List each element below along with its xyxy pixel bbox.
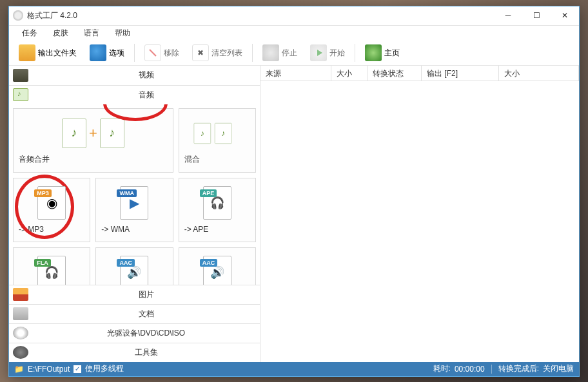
after-action[interactable]: 关闭电脑 — [543, 363, 574, 374]
menu-task[interactable]: 任务 — [15, 26, 44, 40]
maximize-button[interactable]: ☐ — [522, 6, 551, 25]
statusbar: 📁 E:\FFOutput ✓ 使用多线程 耗时: 00:00:00 转换完成后… — [9, 362, 579, 376]
remove-button[interactable]: 移除 — [139, 42, 185, 64]
options-icon — [90, 44, 106, 61]
col-source[interactable]: 来源 — [260, 66, 331, 81]
category-disc[interactable]: 光驱设备\DVD\CD\ISO — [9, 323, 260, 343]
video-icon — [13, 69, 28, 82]
col-output[interactable]: 输出 [F2] — [422, 66, 499, 81]
category-tools[interactable]: 工具集 — [9, 343, 260, 362]
category-picture[interactable]: 图片 — [9, 285, 260, 304]
category-audio[interactable]: 音频 — [9, 85, 260, 104]
folder-icon — [19, 44, 35, 61]
col-state[interactable]: 转换状态 — [368, 66, 422, 81]
col-size2[interactable]: 大小 — [499, 66, 579, 81]
output-folder-button[interactable]: 输出文件夹 — [13, 42, 83, 64]
task-list-panel: 来源 大小 转换状态 输出 [F2] 大小 — [260, 66, 579, 362]
to-aac-card-2[interactable]: AAC🔊 — [179, 247, 256, 285]
table-header: 来源 大小 转换状态 输出 [F2] 大小 — [260, 66, 579, 81]
app-window: 格式工厂 4.2.0 ─ ☐ ✕ 任务 皮肤 语言 帮助 输出文件夹 选项 移除… — [8, 6, 580, 377]
task-list-body — [260, 81, 579, 362]
remove-icon — [144, 44, 161, 61]
home-icon — [365, 44, 382, 61]
audio-join-card[interactable]: ♪+♪ 音频合并 — [13, 108, 173, 173]
to-aac-card-1[interactable]: AAC🔊 — [95, 247, 173, 285]
elapsed-time: 00:00:00 — [455, 365, 485, 374]
stop-button[interactable]: 停止 — [257, 42, 303, 64]
category-panel: 视频 音频 ♪+♪ 音频合并 ♪♪ 混合 MP3◉ -> — [9, 66, 260, 362]
col-size[interactable]: 大小 — [331, 66, 368, 81]
after-label: 转换完成后: — [498, 363, 539, 374]
clear-list-button[interactable]: ✖清空列表 — [186, 42, 248, 64]
menu-skin[interactable]: 皮肤 — [46, 26, 75, 40]
toolbar: 输出文件夹 选项 移除 ✖清空列表 停止 开始 主页 — [9, 41, 579, 66]
stop-icon — [262, 44, 279, 61]
options-button[interactable]: 选项 — [84, 42, 130, 64]
window-title: 格式工厂 4.2.0 — [27, 10, 494, 21]
document-icon — [13, 307, 28, 320]
disc-icon — [13, 327, 28, 339]
category-video[interactable]: 视频 — [9, 66, 260, 85]
to-mp3-card[interactable]: MP3◉ -> MP3 — [13, 178, 90, 242]
to-wma-card[interactable]: WMA▶ -> WMA — [95, 178, 173, 242]
menu-language[interactable]: 语言 — [77, 26, 106, 40]
to-fla-card[interactable]: FLA🎧 — [13, 247, 90, 285]
home-button[interactable]: 主页 — [359, 42, 406, 64]
multithread-checkbox[interactable]: ✓ — [74, 365, 81, 373]
menu-help[interactable]: 帮助 — [108, 26, 137, 40]
clear-icon: ✖ — [192, 44, 209, 61]
play-icon — [310, 44, 327, 61]
menubar: 任务 皮肤 语言 帮助 — [9, 26, 579, 41]
folder-status-icon: 📁 — [14, 365, 24, 374]
to-ape-card[interactable]: APE🎧 -> APE — [179, 178, 256, 242]
app-icon — [13, 10, 23, 21]
output-path[interactable]: E:\FFOutput — [28, 365, 70, 374]
tools-icon — [13, 346, 28, 359]
multithread-label: 使用多线程 — [85, 363, 124, 374]
audio-mix-card[interactable]: ♪♪ 混合 — [179, 108, 256, 173]
elapsed-label: 耗时: — [433, 363, 451, 374]
audio-icon — [13, 88, 28, 101]
start-button[interactable]: 开始 — [304, 42, 351, 64]
close-button[interactable]: ✕ — [551, 6, 579, 25]
picture-icon — [13, 288, 28, 301]
titlebar: 格式工厂 4.2.0 ─ ☐ ✕ — [9, 6, 579, 26]
minimize-button[interactable]: ─ — [494, 6, 522, 25]
category-document[interactable]: 文档 — [9, 304, 260, 323]
